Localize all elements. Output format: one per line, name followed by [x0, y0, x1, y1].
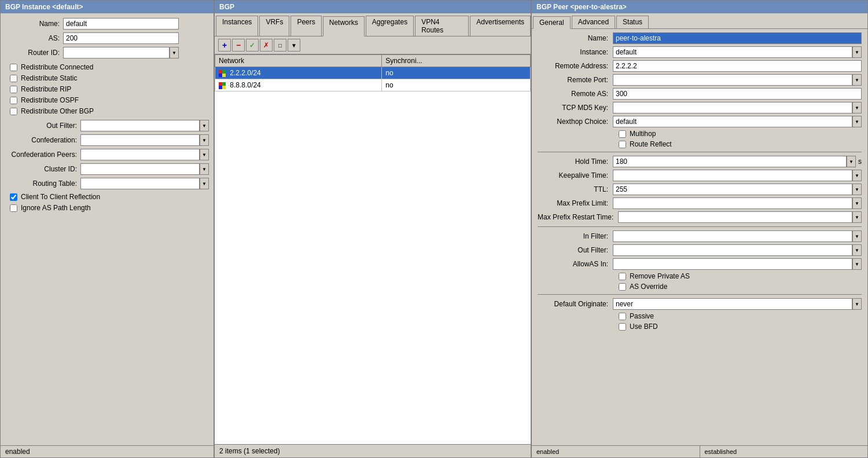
- multihop-checkbox[interactable]: [619, 130, 626, 138]
- out-filter-right-input[interactable]: [613, 244, 852, 256]
- right-status-right: established: [700, 446, 868, 457]
- allowas-arrow[interactable]: ▼: [852, 258, 862, 270]
- allowas-input[interactable]: [613, 258, 852, 270]
- max-prefix-restart-label: Max Prefix Restart Time:: [538, 213, 618, 221]
- c2c-checkbox[interactable]: [10, 193, 17, 201]
- remove-private-checkbox[interactable]: [619, 273, 626, 280]
- apply-button[interactable]: ✓: [246, 39, 259, 52]
- out-filter-input[interactable]: [80, 120, 200, 131]
- confederation-arrow[interactable]: ▼: [200, 134, 209, 146]
- default-originate-input[interactable]: [613, 298, 852, 310]
- in-filter-arrow[interactable]: ▼: [852, 230, 862, 242]
- keepalive-arrow[interactable]: ▼: [852, 170, 862, 181]
- as-override-checkbox[interactable]: [619, 283, 626, 291]
- col-sync[interactable]: Synchroni...: [382, 55, 531, 67]
- nexthop-input[interactable]: [613, 116, 852, 127]
- nexthop-arrow[interactable]: ▼: [852, 116, 862, 127]
- redist-bgp-row: Redistribute Other BGP: [5, 107, 209, 115]
- col-network[interactable]: Network: [215, 55, 382, 67]
- remote-as-input[interactable]: [613, 88, 862, 100]
- ttl-input[interactable]: [613, 184, 852, 195]
- name-input[interactable]: [63, 18, 179, 30]
- route-reflect-checkbox[interactable]: [619, 141, 626, 148]
- passive-checkbox[interactable]: [619, 313, 626, 320]
- right-status-left: enabled: [532, 446, 700, 457]
- redist-bgp-label: Redistribute Other BGP: [21, 107, 94, 115]
- default-originate-label: Default Originate:: [538, 300, 613, 308]
- redist-rip-label: Redistribute RIP: [21, 85, 71, 93]
- tab-instances[interactable]: Instances: [216, 16, 258, 36]
- confederation-peers-input[interactable]: [80, 149, 200, 160]
- hold-time-suffix: s: [858, 157, 862, 166]
- cancel-button[interactable]: ✗: [260, 39, 273, 52]
- confederation-peers-arrow[interactable]: ▼: [200, 149, 209, 160]
- redist-conn-row: Redistribute Connected: [5, 63, 209, 71]
- tab-advanced[interactable]: Advanced: [572, 16, 615, 28]
- routerid-input[interactable]: [63, 47, 170, 58]
- max-prefix-restart-arrow[interactable]: ▼: [852, 211, 862, 223]
- route-reflect-label: Route Reflect: [630, 140, 672, 148]
- remote-port-arrow[interactable]: ▼: [852, 74, 862, 86]
- routerid-arrow[interactable]: ▼: [170, 47, 179, 58]
- peer-name-input[interactable]: [613, 32, 862, 44]
- network-table: Network Synchroni... 2.2.2.0/24: [215, 54, 531, 91]
- instance-input[interactable]: [613, 46, 852, 58]
- hold-time-input[interactable]: [613, 156, 847, 167]
- redist-ospf-row: Redistribute OSPF: [5, 96, 209, 104]
- routing-table-label: Routing Table:: [5, 179, 80, 188]
- filter-button[interactable]: ▼: [288, 39, 300, 52]
- mid-toolbar: + − ✓ ✗ □ ▼: [215, 36, 531, 54]
- redist-bgp-checkbox[interactable]: [10, 108, 17, 115]
- out-filter-arrow[interactable]: ▼: [200, 120, 209, 131]
- tab-aggregates[interactable]: Aggregates: [366, 16, 414, 36]
- routing-table-input[interactable]: [80, 178, 200, 189]
- keepalive-input[interactable]: [613, 170, 852, 181]
- table-row[interactable]: 8.8.8.0/24 no: [215, 79, 531, 91]
- remote-address-input[interactable]: [613, 60, 862, 72]
- redist-rip-checkbox[interactable]: [10, 86, 17, 93]
- copy-button[interactable]: □: [274, 39, 286, 52]
- cluster-id-input[interactable]: [80, 163, 200, 175]
- redist-ospf-label: Redistribute OSPF: [21, 96, 79, 104]
- tab-peers[interactable]: Peers: [290, 16, 321, 36]
- table-row[interactable]: 2.2.2.0/24 no: [215, 67, 531, 79]
- tcp-md5-input[interactable]: [613, 102, 852, 113]
- tab-vrfs[interactable]: VRFs: [259, 16, 289, 36]
- routing-table-arrow[interactable]: ▼: [200, 178, 209, 189]
- redist-conn-checkbox[interactable]: [10, 64, 17, 71]
- in-filter-input[interactable]: [613, 230, 852, 242]
- confederation-input[interactable]: [80, 134, 200, 146]
- instance-arrow[interactable]: ▼: [852, 46, 862, 58]
- remote-port-input[interactable]: [613, 74, 852, 86]
- max-prefix-input[interactable]: [613, 197, 852, 209]
- confederation-wrap: ▼: [80, 134, 209, 146]
- passive-label: Passive: [630, 312, 654, 320]
- tab-status[interactable]: Status: [616, 16, 649, 28]
- c2c-label: Client To Client Reflection: [21, 193, 100, 201]
- add-button[interactable]: +: [218, 39, 231, 52]
- tab-advertisements[interactable]: Advertisements: [470, 16, 531, 36]
- max-prefix-arrow[interactable]: ▼: [852, 197, 862, 209]
- left-panel-title: BGP Instance <default>: [1, 1, 214, 13]
- remove-button[interactable]: −: [232, 39, 245, 52]
- use-bfd-checkbox[interactable]: [619, 323, 626, 331]
- ttl-arrow[interactable]: ▼: [852, 184, 862, 195]
- tcp-md5-arrow[interactable]: ▼: [852, 102, 862, 113]
- redist-static-checkbox[interactable]: [10, 75, 17, 82]
- default-originate-arrow[interactable]: ▼: [852, 298, 862, 310]
- redist-ospf-checkbox[interactable]: [10, 97, 17, 104]
- right-panel-title: BGP Peer <peer-to-alestra>: [532, 1, 867, 13]
- out-filter-right-arrow[interactable]: ▼: [852, 244, 862, 256]
- hold-time-arrow[interactable]: ▼: [847, 156, 856, 167]
- routerid-row: Router ID: ▼: [5, 47, 209, 58]
- as-input[interactable]: [63, 32, 179, 44]
- cluster-id-arrow[interactable]: ▼: [200, 163, 209, 175]
- tab-networks[interactable]: Networks: [323, 16, 365, 36]
- max-prefix-restart-input[interactable]: [618, 211, 852, 223]
- ignore-as-checkbox[interactable]: [10, 204, 17, 212]
- tab-vpn4[interactable]: VPN4 Routes: [415, 16, 469, 36]
- tab-general[interactable]: General: [533, 16, 571, 29]
- c2c-row: Client To Client Reflection: [5, 193, 209, 201]
- out-filter-label: Out Filter:: [5, 122, 80, 130]
- redist-static-row: Redistribute Static: [5, 74, 209, 82]
